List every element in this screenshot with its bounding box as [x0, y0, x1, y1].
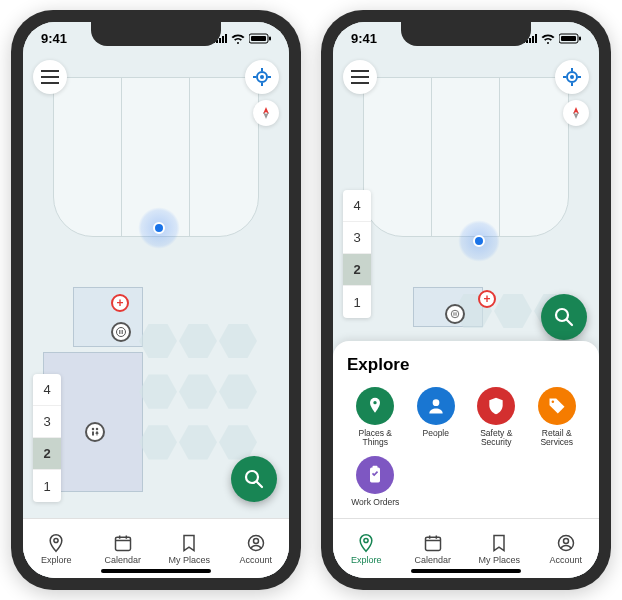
svg-rect-26: [425, 537, 440, 550]
pin-icon: [46, 533, 66, 553]
restroom-icon[interactable]: [85, 422, 105, 442]
svg-rect-14: [561, 36, 576, 41]
compass-icon: [569, 106, 583, 120]
nav-label: My Places: [478, 555, 520, 565]
battery-icon: [249, 33, 271, 44]
svg-rect-10: [115, 537, 130, 550]
clock: 9:41: [351, 31, 377, 46]
screen-right: 9:41 +: [333, 22, 599, 578]
category-work-orders[interactable]: Work Orders: [347, 456, 404, 508]
top-bar: [33, 60, 279, 126]
account-icon: [246, 533, 266, 553]
nav-label: Calendar: [104, 555, 141, 565]
sheet-title: Explore: [347, 355, 585, 375]
category-retail-services[interactable]: Retail & Services: [529, 387, 586, 449]
category-label: Places & Things: [347, 429, 404, 449]
people-icon: [417, 387, 455, 425]
svg-point-28: [563, 538, 568, 543]
nav-item-account[interactable]: Account: [533, 519, 600, 578]
home-indicator[interactable]: [411, 569, 521, 573]
compass-button[interactable]: [563, 100, 589, 126]
location-dot-icon: [138, 207, 180, 249]
nav-item-account[interactable]: Account: [223, 519, 290, 578]
shield-icon: [477, 387, 515, 425]
restroom-icon[interactable]: [445, 304, 465, 324]
svg-point-21: [432, 399, 439, 406]
svg-point-12: [253, 538, 258, 543]
category-places-things[interactable]: Places & Things: [347, 387, 404, 449]
category-label: Work Orders: [351, 498, 399, 508]
category-grid: Places & Things People Safety & Security: [347, 387, 585, 508]
bookmark-icon: [489, 533, 509, 553]
calendar-icon: [423, 533, 443, 553]
floor-button-1[interactable]: 1: [33, 470, 61, 502]
places-icon: [356, 387, 394, 425]
svg-rect-24: [373, 466, 378, 469]
menu-icon: [351, 70, 369, 84]
screen-left: 9:41 +: [23, 22, 289, 578]
pin-icon: [356, 533, 376, 553]
nav-label: Account: [239, 555, 272, 565]
locate-icon: [252, 67, 272, 87]
menu-icon: [41, 70, 59, 84]
category-safety-security[interactable]: Safety & Security: [468, 387, 525, 449]
map-room-small: [73, 287, 143, 347]
svg-point-8: [246, 471, 258, 483]
clock: 9:41: [41, 31, 67, 46]
search-fab[interactable]: [231, 456, 277, 502]
nav-item-explore[interactable]: Explore: [333, 519, 400, 578]
floor-button-4[interactable]: 4: [343, 190, 371, 222]
explore-sheet: Explore Places & Things People: [333, 341, 599, 518]
svg-point-25: [364, 538, 368, 542]
floor-button-3[interactable]: 3: [33, 406, 61, 438]
svg-point-18: [570, 75, 574, 79]
floor-button-2[interactable]: 2: [343, 254, 371, 286]
svg-point-4: [92, 428, 95, 431]
notch: [401, 22, 531, 46]
restroom-icon[interactable]: [111, 322, 131, 342]
account-icon: [556, 533, 576, 553]
status-icons: [522, 33, 581, 44]
top-bar: [343, 60, 589, 126]
floor-button-1[interactable]: 1: [343, 286, 371, 318]
locate-button[interactable]: [555, 60, 589, 94]
svg-point-22: [551, 400, 554, 403]
phone-frame-left: 9:41 +: [11, 10, 301, 590]
wifi-icon: [541, 33, 555, 44]
svg-rect-15: [579, 36, 581, 40]
category-label: Safety & Security: [468, 429, 525, 449]
nav-label: Account: [549, 555, 582, 565]
locate-icon: [562, 67, 582, 87]
home-indicator[interactable]: [101, 569, 211, 573]
search-fab[interactable]: [541, 294, 587, 340]
category-label: People: [423, 429, 449, 439]
floor-button-3[interactable]: 3: [343, 222, 371, 254]
floor-button-4[interactable]: 4: [33, 374, 61, 406]
medical-icon[interactable]: +: [478, 290, 496, 308]
hex-tiles: [139, 322, 279, 472]
nav-label: Explore: [41, 555, 72, 565]
svg-point-5: [96, 428, 99, 431]
locate-button[interactable]: [245, 60, 279, 94]
category-label: Retail & Services: [529, 429, 586, 449]
compass-button[interactable]: [253, 100, 279, 126]
tag-icon: [538, 387, 576, 425]
category-people[interactable]: People: [408, 387, 465, 449]
nav-item-explore[interactable]: Explore: [23, 519, 90, 578]
medical-icon[interactable]: +: [111, 294, 129, 312]
svg-point-9: [54, 538, 58, 542]
floor-button-2[interactable]: 2: [33, 438, 61, 470]
floor-picker: 4 3 2 1: [33, 374, 61, 502]
nav-label: Explore: [351, 555, 382, 565]
svg-point-20: [374, 401, 377, 404]
menu-button[interactable]: [33, 60, 67, 94]
compass-icon: [259, 106, 273, 120]
search-icon: [553, 306, 575, 328]
clipboard-icon: [356, 456, 394, 494]
calendar-icon: [113, 533, 133, 553]
nav-label: Calendar: [414, 555, 451, 565]
svg-point-7: [260, 75, 264, 79]
wifi-icon: [231, 33, 245, 44]
menu-button[interactable]: [343, 60, 377, 94]
notch: [91, 22, 221, 46]
